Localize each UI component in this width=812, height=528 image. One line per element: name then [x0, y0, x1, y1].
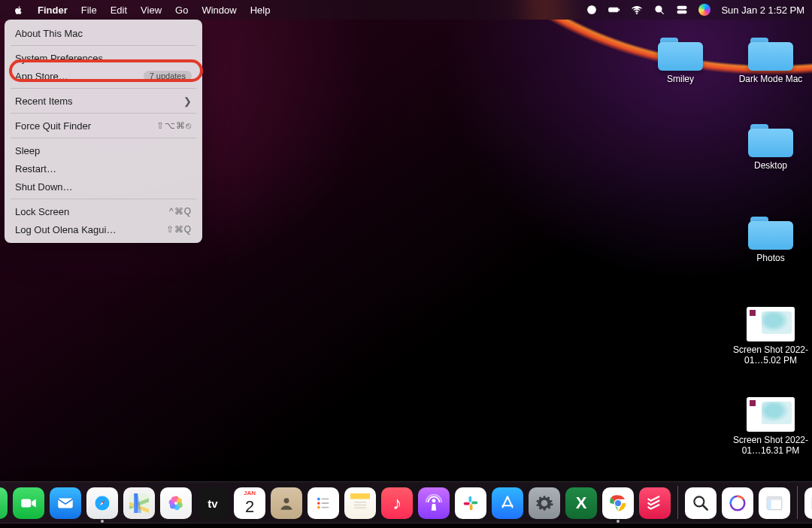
svg-point-1 — [590, 8, 593, 11]
svg-rect-41 — [470, 504, 473, 510]
menu-window[interactable]: Window — [195, 0, 243, 20]
menu-log-out[interactable]: Log Out Olena Kagui… ⇧⌘Q — [5, 220, 202, 238]
dock-maps[interactable] — [123, 487, 155, 519]
dock-calendar[interactable]: JAN 2 — [234, 487, 265, 519]
desktop-icon-2[interactable]: Desktop — [729, 124, 812, 171]
dock-slack[interactable] — [455, 487, 486, 519]
control-center-icon[interactable] — [676, 4, 688, 16]
dock-recent-app-1[interactable] — [685, 487, 717, 519]
todoist-icon — [645, 493, 665, 513]
dock-safari[interactable] — [86, 487, 118, 519]
dock: tv JAN 2 ♪ X — [0, 481, 812, 523]
svg-rect-33 — [322, 507, 329, 508]
menu-edit[interactable]: Edit — [104, 0, 134, 20]
menu-force-quit[interactable]: Force Quit Finder ⇧⌥⌘⎋ — [5, 117, 202, 135]
dock-separator — [677, 486, 678, 519]
screen-record-icon[interactable] — [586, 4, 598, 16]
menu-lock-screen[interactable]: Lock Screen ^⌘Q — [5, 202, 202, 220]
menu-item-label: Recent Items — [15, 96, 183, 107]
menu-file[interactable]: File — [74, 0, 104, 20]
desktop-icon-0[interactable]: Smiley — [639, 38, 722, 84]
folder-icon — [748, 124, 793, 157]
mail-icon — [56, 493, 75, 513]
menu-system-preferences[interactable]: System Preferences… — [5, 49, 202, 67]
svg-rect-10 — [677, 11, 686, 13]
svg-rect-15 — [21, 499, 31, 508]
svg-rect-35 — [354, 502, 366, 502]
dock-appletv[interactable]: tv — [197, 487, 229, 519]
spotlight-search-icon[interactable] — [653, 4, 665, 16]
dock-excel[interactable]: X — [565, 487, 597, 519]
dock-photos[interactable] — [160, 487, 192, 519]
maps-icon — [129, 493, 149, 513]
menu-item-label: Log Out Olena Kagui… — [15, 224, 166, 235]
menu-view[interactable]: View — [134, 0, 168, 20]
desktop-icon-1[interactable]: Dark Mode Mac — [729, 38, 812, 84]
battery-icon[interactable] — [608, 4, 620, 16]
dock-podcasts[interactable] — [418, 487, 450, 519]
menu-shut-down[interactable]: Shut Down… — [5, 178, 202, 196]
magnifier-icon — [691, 493, 710, 513]
dock-todoist[interactable] — [639, 487, 671, 519]
screenshot-thumbnail-icon — [747, 307, 795, 341]
dock-recent-app-3[interactable] — [759, 487, 790, 519]
folder-icon — [748, 38, 793, 71]
dock-messages[interactable] — [0, 487, 8, 519]
wifi-icon[interactable] — [631, 4, 643, 16]
menu-app-store[interactable]: App Store… 7 updates — [5, 67, 202, 85]
messages-icon — [0, 493, 2, 513]
desktop-icon-5[interactable]: Screen Shot 2022-01…16.31 PM — [729, 397, 812, 457]
menu-app-name[interactable]: Finder — [31, 0, 74, 20]
menu-about-this-mac[interactable]: About This Mac — [5, 24, 202, 42]
dock-minimized-window-1[interactable] — [804, 487, 812, 519]
svg-rect-50 — [767, 496, 782, 499]
dock-reminders[interactable] — [308, 487, 339, 519]
menu-item-label: App Store… — [15, 71, 144, 82]
siri-icon[interactable] — [698, 4, 710, 16]
photos-icon — [166, 493, 186, 513]
menu-restart[interactable]: Restart… — [5, 159, 202, 178]
desktop-icon-4[interactable]: Screen Shot 2022-01…5.02 PM — [729, 307, 812, 366]
dock-app-store[interactable] — [492, 487, 523, 519]
desktop-icon-label: Screen Shot 2022-01…16.31 PM — [729, 435, 812, 457]
dock-chrome[interactable] — [602, 487, 634, 519]
excel-glyph: X — [576, 493, 587, 513]
menu-item-label: Lock Screen — [15, 206, 169, 217]
svg-rect-29 — [322, 499, 329, 500]
menu-clock[interactable]: Sun Jan 2 1:52 PM — [721, 5, 804, 16]
menu-sleep[interactable]: Sleep — [5, 141, 202, 159]
svg-rect-42 — [464, 502, 470, 505]
dock-facetime[interactable] — [13, 487, 44, 519]
svg-rect-40 — [471, 502, 477, 505]
dock-contacts[interactable] — [271, 487, 302, 519]
desktop-icon-3[interactable]: Photos — [729, 217, 812, 263]
apple-menu-button[interactable] — [6, 0, 31, 20]
calendar-day: 2 — [234, 497, 265, 517]
dock-system-preferences[interactable] — [529, 487, 560, 519]
menu-recent-items[interactable]: Recent Items ❯ — [5, 92, 202, 110]
menu-separator — [11, 88, 196, 89]
desktop-icon-label: Photos — [756, 253, 784, 263]
svg-point-5 — [636, 13, 638, 14]
svg-rect-36 — [354, 505, 366, 505]
menu-go[interactable]: Go — [168, 0, 195, 20]
notes-icon — [350, 493, 370, 513]
svg-line-7 — [661, 11, 663, 14]
desktop-icon-label: Screen Shot 2022-01…5.02 PM — [729, 344, 812, 366]
appletv-glyph: tv — [208, 497, 217, 510]
apple-menu-dropdown: About This Mac System Preferences… App S… — [5, 20, 202, 243]
dock-music[interactable]: ♪ — [381, 487, 413, 519]
menu-item-label: Force Quit Finder — [15, 120, 156, 132]
svg-rect-51 — [767, 500, 771, 510]
dock-recent-app-2[interactable] — [722, 487, 753, 519]
svg-point-26 — [171, 496, 177, 502]
svg-rect-34 — [350, 493, 370, 499]
menu-help[interactable]: Help — [244, 0, 277, 20]
menu-item-label: About This Mac — [15, 28, 192, 39]
cleanmymac-icon — [728, 493, 747, 513]
contacts-icon — [277, 493, 296, 513]
svg-line-47 — [703, 505, 707, 509]
desktop-icon-label: Dark Mode Mac — [739, 74, 803, 84]
dock-notes[interactable] — [344, 487, 376, 519]
dock-mail[interactable] — [50, 487, 81, 519]
